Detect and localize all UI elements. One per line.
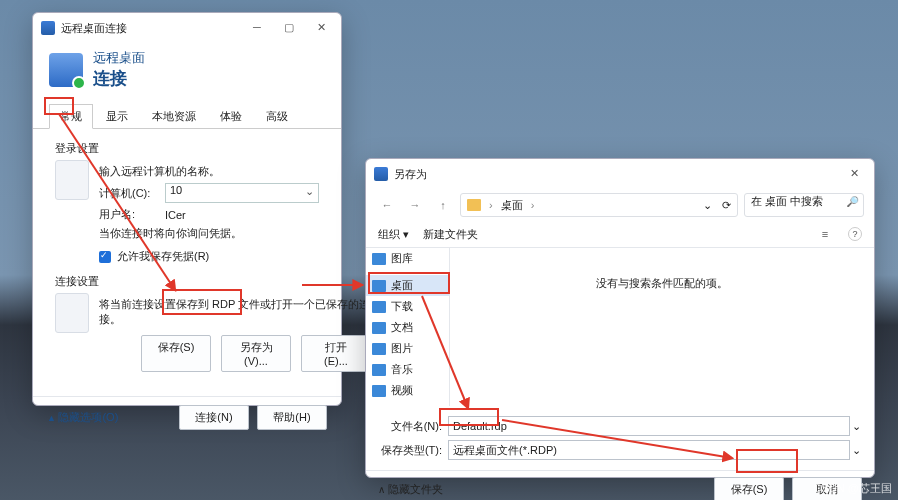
breadcrumb[interactable]: 桌面 ⌄ ⟳ — [460, 193, 738, 217]
saveas-titlebar[interactable]: 另存为 ✕ — [366, 159, 874, 189]
chevron-right-icon — [487, 199, 495, 211]
login-group-title: 登录设置 — [55, 141, 319, 156]
downloads-icon — [372, 301, 386, 313]
app-header: 远程桌面 连接 — [33, 43, 341, 100]
cred-hint: 当你连接时将向你询问凭据。 — [99, 226, 242, 241]
videos-icon — [372, 385, 386, 397]
tab-experience[interactable]: 体验 — [209, 104, 253, 128]
save-button[interactable]: 保存(S) — [141, 335, 211, 372]
gallery-icon — [372, 253, 386, 265]
rdp-hero-icon — [49, 53, 83, 87]
conn-hint: 将当前连接设置保存到 RDP 文件或打开一个已保存的连接。 — [99, 297, 371, 327]
file-list[interactable]: 没有与搜索条件匹配的项。 — [450, 248, 874, 406]
tree-item: 音乐 — [366, 359, 449, 380]
connect-button[interactable]: 连接(N) — [179, 405, 249, 430]
save-creds-label: 允许我保存凭据(R) — [117, 249, 209, 264]
username-value: ICer — [165, 209, 319, 221]
view-icon[interactable]: ≡ — [816, 225, 834, 243]
maximize-button[interactable]: ▢ — [277, 18, 301, 38]
saveas-fields: 文件名(N): ⌄ 保存类型(T): 远程桌面文件(*.RDP) ⌄ — [366, 406, 874, 470]
window-title: 远程桌面连接 — [61, 21, 245, 36]
filetype-select[interactable]: 远程桌面文件(*.RDP) — [448, 440, 850, 460]
pictures-icon — [372, 343, 386, 355]
save-icon — [55, 293, 89, 333]
tab-panel: 登录设置 输入远程计算机的名称。 计算机(C): 10 用户名: ICer 当你… — [33, 129, 341, 396]
tree-item: 图库 — [366, 248, 449, 269]
watermark: CSDN @芯王国 — [814, 481, 892, 496]
tab-advanced[interactable]: 高级 — [255, 104, 299, 128]
chevron-down-icon[interactable]: ⌄ — [703, 199, 712, 212]
tab-general[interactable]: 常规 — [49, 104, 93, 129]
tree-item: 下载 — [366, 296, 449, 317]
forward-button[interactable]: → — [404, 194, 426, 216]
header-line2: 连接 — [93, 67, 145, 90]
music-icon — [372, 364, 386, 376]
hide-folders-link[interactable]: 隐藏文件夹 — [378, 482, 706, 497]
computer-label: 计算机(C): — [99, 186, 165, 201]
tree-item: 视频 — [366, 380, 449, 401]
chevron-right-icon — [529, 199, 537, 211]
header-line1: 远程桌面 — [93, 49, 145, 67]
checkbox-icon — [99, 251, 111, 263]
minimize-button[interactable]: ─ — [245, 18, 269, 38]
titlebar[interactable]: 远程桌面连接 ─ ▢ ✕ — [33, 13, 341, 43]
tree-item-desktop: 桌面 — [366, 275, 449, 296]
dialog-footer: 隐藏选项(O) 连接(N) 帮助(H) — [33, 396, 341, 438]
desktop-icon — [372, 280, 386, 292]
back-button[interactable]: ← — [376, 194, 398, 216]
newfolder-button[interactable]: 新建文件夹 — [423, 227, 478, 242]
help-button[interactable]: 帮助(H) — [257, 405, 327, 430]
help-icon[interactable]: ? — [848, 227, 862, 241]
tab-display[interactable]: 显示 — [95, 104, 139, 128]
nav-toolbar: ← → ↑ 桌面 ⌄ ⟳ 在 桌面 中搜索 — [366, 189, 874, 221]
search-input[interactable]: 在 桌面 中搜索 — [744, 193, 864, 217]
rdp-app-icon — [374, 167, 388, 181]
saveas-footer: 隐藏文件夹 保存(S) 取消 — [366, 470, 874, 500]
hide-options-link[interactable]: 隐藏选项(O) — [47, 410, 171, 425]
open-button[interactable]: 打开(E)... — [301, 335, 371, 372]
refresh-icon[interactable]: ⟳ — [722, 199, 731, 212]
documents-icon — [372, 322, 386, 334]
command-bar: 组织 ▾ 新建文件夹 ≡ ? — [366, 221, 874, 248]
save-creds-checkbox[interactable]: 允许我保存凭据(R) — [99, 249, 319, 264]
saveas-button[interactable]: 另存为(V)... — [221, 335, 291, 372]
rdp-app-icon — [41, 21, 55, 35]
nav-tree[interactable]: 图库 桌面 下载 文档 图片 音乐 视频 大理20240212 — [366, 248, 450, 406]
crumb-item[interactable]: 桌面 — [501, 198, 523, 213]
saveas-title: 另存为 — [394, 167, 842, 182]
organize-menu[interactable]: 组织 ▾ — [378, 227, 409, 242]
login-group: 输入远程计算机的名称。 计算机(C): 10 用户名: ICer 当你连接时将向… — [55, 160, 319, 266]
tree-item: 图片 — [366, 338, 449, 359]
username-label: 用户名: — [99, 207, 165, 222]
up-button[interactable]: ↑ — [432, 194, 454, 216]
empty-message: 没有与搜索条件匹配的项。 — [596, 276, 728, 291]
identity-icon — [55, 160, 89, 200]
filename-label: 文件名(N): — [378, 419, 442, 434]
close-button[interactable]: ✕ — [309, 18, 333, 38]
saveas-window: 另存为 ✕ ← → ↑ 桌面 ⌄ ⟳ 在 桌面 中搜索 组织 ▾ 新建文件夹 ≡… — [365, 158, 875, 478]
close-button[interactable]: ✕ — [842, 164, 866, 184]
conn-group-title: 连接设置 — [55, 274, 319, 289]
tab-local[interactable]: 本地资源 — [141, 104, 207, 128]
chevron-down-icon[interactable]: ⌄ — [850, 420, 862, 433]
rdp-window: 远程桌面连接 ─ ▢ ✕ 远程桌面 连接 常规 显示 本地资源 体验 高级 登录… — [32, 12, 342, 406]
login-hint: 输入远程计算机的名称。 — [99, 164, 220, 179]
saveas-body: 图库 桌面 下载 文档 图片 音乐 视频 大理20240212 没有与搜索条件匹… — [366, 248, 874, 406]
filename-input[interactable] — [448, 416, 850, 436]
chevron-down-icon[interactable]: ⌄ — [850, 444, 862, 457]
save-button[interactable]: 保存(S) — [714, 477, 784, 500]
tab-strip: 常规 显示 本地资源 体验 高级 — [33, 104, 341, 129]
conn-group: 将当前连接设置保存到 RDP 文件或打开一个已保存的连接。 保存(S) 另存为(… — [55, 293, 319, 374]
folder-icon — [467, 199, 481, 211]
computer-combo[interactable]: 10 — [165, 183, 319, 203]
filetype-label: 保存类型(T): — [378, 443, 442, 458]
tree-item: 文档 — [366, 317, 449, 338]
